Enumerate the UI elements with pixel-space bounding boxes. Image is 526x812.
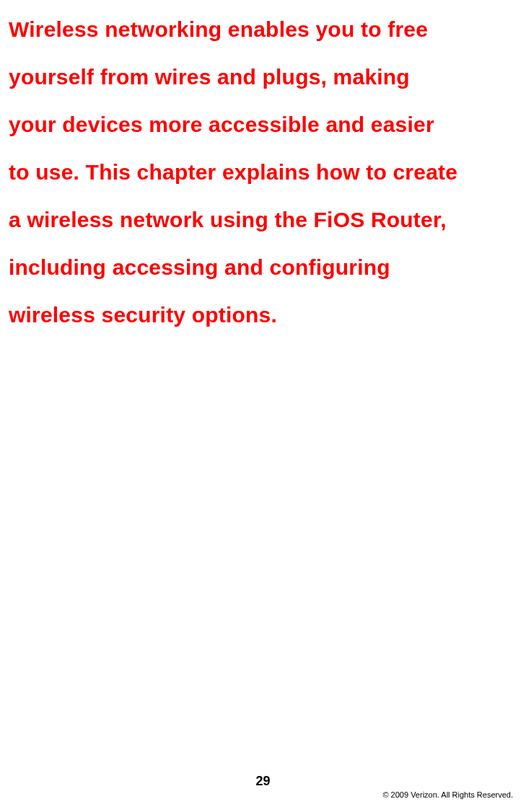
intro-line: a wireless network using the FiOS Router… (9, 196, 504, 244)
intro-line: Wireless networking enables you to free (9, 6, 504, 53)
intro-line: including accessing and configuring (9, 244, 504, 291)
document-page: Wireless networking enables you to free … (0, 0, 526, 812)
intro-line: yourself from wires and plugs, making (9, 53, 504, 101)
intro-line: wireless security options. (9, 291, 504, 339)
page-number: 29 (255, 774, 270, 789)
intro-line: your devices more accessible and easier (9, 101, 504, 149)
copyright-notice: © 2009 Verizon. All Rights Reserved. (382, 790, 513, 799)
chapter-intro-paragraph: Wireless networking enables you to free … (9, 6, 504, 339)
intro-line: to use. This chapter explains how to cre… (9, 149, 504, 196)
